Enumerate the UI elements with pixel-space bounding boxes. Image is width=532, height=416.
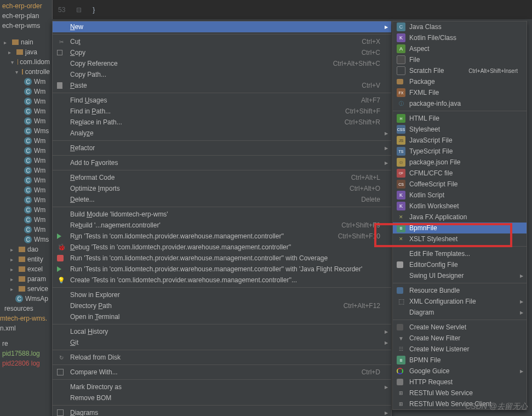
project-node[interactable]: ech-erp-wms [0, 21, 52, 31]
context-menu[interactable]: New▶CutCtrl+XCopyCtrl+CCopy ReferenceCtr… [52, 21, 392, 416]
new-item-edit-file-templates-[interactable]: Edit File Templates... [393, 248, 527, 259]
new-item-xml-configuration-file[interactable]: XML Configuration File▶ [393, 296, 527, 307]
menu-item-add-to-favorites[interactable]: Add to Favorites▶ [53, 157, 391, 168]
class-file[interactable]: CWm [0, 215, 52, 225]
new-item-html-file[interactable]: HHTML File [393, 113, 527, 124]
menu-item-compare-with-[interactable]: Compare With...Ctrl+D [53, 367, 391, 378]
tree-folder[interactable]: service [0, 284, 52, 294]
new-item-editorconfig-file[interactable]: EditorConfig File [393, 259, 527, 270]
class-file[interactable]: CWms [0, 235, 52, 244]
menu-item-replace-in-path-[interactable]: Replace in Path...Ctrl+Shift+R [53, 117, 391, 128]
menu-item-new[interactable]: New▶ [53, 21, 391, 32]
new-item-fxml-file[interactable]: FXFXML File [393, 87, 527, 98]
menu-item-directory-path[interactable]: Directory PathCtrl+Alt+F12 [53, 300, 391, 311]
new-item-kotlin-script[interactable]: KKotlin Script [393, 190, 527, 201]
new-item-kotlin-file-class[interactable]: KKotlin File/Class [393, 32, 527, 43]
menu-item-paste[interactable]: PasteCtrl+V [53, 80, 391, 91]
menu-item-rebuild-nagement-controller-[interactable]: Rebuild '...nagement.controller'Ctrl+Shi… [53, 220, 391, 231]
new-item-restful-web-service[interactable]: RESTful Web Service [393, 387, 527, 398]
class-file[interactable]: CWm [0, 146, 52, 156]
menu-item-copy-path-[interactable]: Copy Path... [53, 69, 391, 80]
new-item-typescript-file[interactable]: TSTypeScript File [393, 146, 527, 157]
new-item-javascript-file[interactable]: JSJavaScript File [393, 135, 527, 146]
class-file[interactable]: CWm [0, 87, 52, 96]
menu-item-run-tests-in-com-lidomtech-pro[interactable]: Run 'Tests in 'com.lidomtech.provider.wa… [53, 253, 391, 264]
tree-folder[interactable]: java [0, 47, 52, 57]
menu-item-copy[interactable]: CopyCtrl+C [53, 47, 391, 58]
menu-item-optimize-imports[interactable]: Optimize ImportsCtrl+Alt+O [53, 183, 391, 194]
project-node[interactable]: ech-erp-order [0, 1, 52, 11]
class-file[interactable]: CWm [0, 77, 52, 87]
menu-item-find-in-path-[interactable]: Find in Path...Ctrl+Shift+F [53, 106, 391, 117]
new-item-diagram[interactable]: Diagram▶ [393, 307, 527, 318]
menu-item-create-tests-in-com-lidomtech-[interactable]: Create 'Tests in 'com.lidomtech.provider… [53, 275, 391, 286]
new-item-google-guice[interactable]: Google Guice▶ [393, 366, 527, 377]
menu-item-remove-bom[interactable]: Remove BOM [53, 392, 391, 403]
menu-item-show-in-explorer[interactable]: Show in Explorer [53, 289, 391, 300]
new-item-xslt-stylesheet[interactable]: XSLT Stylesheet [393, 233, 527, 244]
project-tree[interactable]: ech-erp-orderech-erp-planech-erp-wmsnain… [0, 0, 52, 416]
menu-item-analyze[interactable]: Analyze▶ [53, 128, 391, 139]
menu-item-run-tests-in-com-lidomtech-pro[interactable]: Run 'Tests in 'com.lidomtech.provider.wa… [53, 264, 391, 275]
menu-item-mark-directory-as[interactable]: Mark Directory as▶ [53, 381, 391, 392]
class-file[interactable]: CWmsAp [0, 294, 52, 304]
new-item-bpmn-file[interactable]: BBPMN File [393, 355, 527, 366]
menu-item-cut[interactable]: CutCtrl+X [53, 36, 391, 47]
project-node[interactable]: ech-erp-plan [0, 11, 52, 21]
tree-node[interactable]: mtech-erp-wms. [0, 314, 52, 323]
new-submenu[interactable]: CJava ClassKKotlin File/ClassAAspectFile… [392, 21, 527, 410]
class-file[interactable]: CWm [0, 116, 52, 126]
new-item-create-new-servlet[interactable]: Create New Servlet [393, 322, 527, 333]
new-item-aspect[interactable]: AAspect [393, 43, 527, 54]
tree-node[interactable]: resources [0, 304, 52, 314]
tree-folder[interactable]: entity [0, 254, 52, 264]
menu-item-run-tests-in-com-lidomtech-pro[interactable]: Run 'Tests in 'com.lidomtech.provider.wa… [53, 231, 391, 242]
tree-folder[interactable]: com.lidom [0, 57, 52, 67]
menu-item-git[interactable]: Git▶ [53, 337, 391, 348]
tree-folder[interactable]: param [0, 274, 52, 284]
log-file[interactable]: pid22806 log [0, 358, 52, 368]
tree-node[interactable]: re [0, 339, 52, 349]
menu-item-copy-reference[interactable]: Copy ReferenceCtrl+Alt+Shift+C [53, 58, 391, 69]
new-item-java-class[interactable]: CJava Class [393, 21, 527, 32]
new-item-bpmnfile[interactable]: BBpmnFile [393, 223, 527, 233]
class-file[interactable]: CWm [0, 96, 52, 106]
menu-item-find-usages[interactable]: Find UsagesAlt+F7 [53, 95, 391, 106]
class-file[interactable]: CWm [0, 175, 52, 185]
new-item-resource-bundle[interactable]: Resource Bundle [393, 285, 527, 296]
new-item-file[interactable]: File [393, 54, 527, 65]
tree-folder[interactable]: nain [0, 37, 52, 47]
new-item-coffeescript-file[interactable]: CSCoffeeScript File [393, 179, 527, 190]
class-file[interactable]: CWm [0, 185, 52, 195]
new-item-swing-ui-designer[interactable]: Swing UI Designer▶ [393, 270, 527, 281]
menu-item-diagrams[interactable]: Diagrams▶ [53, 407, 391, 416]
new-item-kotlin-worksheet[interactable]: KKotlin Worksheet [393, 201, 527, 212]
new-item-package[interactable]: Package [393, 76, 527, 87]
menu-item-refactor[interactable]: Refactor▶ [53, 143, 391, 153]
class-file[interactable]: CWm [0, 225, 52, 235]
menu-item-build-module-lidomtech-erp-wms[interactable]: Build Module 'lidomtech-erp-wms' [53, 209, 391, 220]
gutter-fold-icon[interactable]: ⊟ [76, 6, 82, 14]
tree-node[interactable]: n.xml [0, 323, 52, 333]
class-file[interactable]: CWm [0, 106, 52, 116]
new-item-http-request[interactable]: HTTP Request [393, 377, 527, 387]
class-file[interactable]: CWm [0, 205, 52, 215]
tree-folder[interactable]: dao [0, 244, 52, 254]
menu-item-local-history[interactable]: Local History▶ [53, 326, 391, 337]
class-file[interactable]: CWm [0, 166, 52, 175]
class-file[interactable]: CWms [0, 126, 52, 136]
class-file[interactable]: CWm [0, 195, 52, 205]
new-item-stylesheet[interactable]: CSSStylesheet [393, 124, 527, 135]
menu-item-delete-[interactable]: Delete...Delete [53, 194, 391, 205]
new-item-cfml-cfc-file[interactable]: CFCFML/CFC file [393, 168, 527, 179]
menu-item-open-in-terminal[interactable]: Open in Terminal [53, 311, 391, 322]
log-file[interactable]: pid17588.log [0, 349, 52, 358]
new-item-scratch-file[interactable]: Scratch FileCtrl+Alt+Shift+Insert [393, 65, 527, 76]
tree-folder[interactable]: controlle [0, 67, 52, 77]
class-file[interactable]: CWm [0, 136, 52, 146]
menu-item-debug-tests-in-com-lidomtech-p[interactable]: Debug 'Tests in 'com.lidomtech.provider.… [53, 242, 391, 253]
new-item-create-new-listener[interactable]: Create New Listener [393, 344, 527, 355]
new-item-package-info-java[interactable]: package-info.java [393, 98, 527, 109]
class-file[interactable]: CWm [0, 156, 52, 166]
new-item-package-json-file[interactable]: { }package.json File [393, 157, 527, 168]
